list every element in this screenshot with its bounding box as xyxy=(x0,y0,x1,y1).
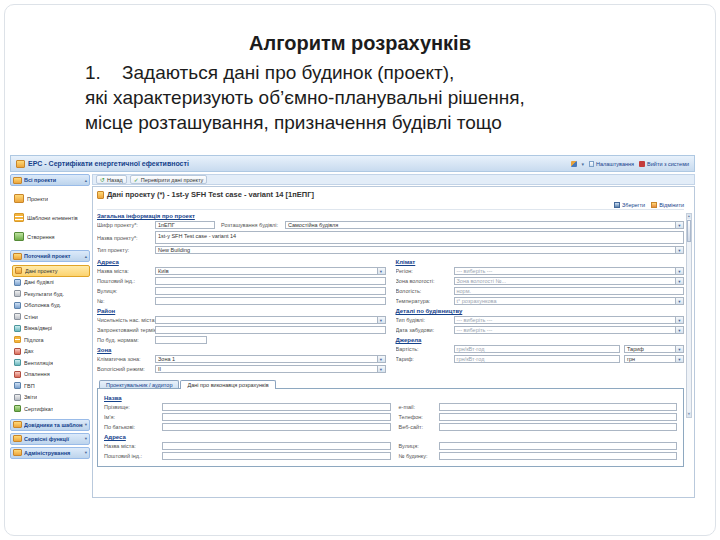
sidebar-section-current-project[interactable]: Поточний проект ▴ xyxy=(10,250,90,262)
sidebar-section-admin[interactable]: Адміністрування ▾ xyxy=(10,447,90,459)
sidebar-section-all-projects[interactable]: Всі проекти ▴ xyxy=(10,174,90,186)
theme-icon[interactable] xyxy=(571,161,577,167)
patronymic-input[interactable] xyxy=(162,423,391,431)
sidebar-item-ventilation[interactable]: Вентиляція xyxy=(12,357,90,369)
sidebar: Всі проекти ▴ Проекти Шаблони елементів … xyxy=(10,174,90,498)
construction-date-select[interactable]: --- виберіть --- xyxy=(454,326,685,334)
scrollbar-thumb[interactable] xyxy=(687,220,691,242)
humidity-input[interactable]: норм. xyxy=(454,287,685,295)
temperature-select[interactable]: t° розрахункова xyxy=(454,297,685,305)
sidebar-item-dhw[interactable]: ГВП xyxy=(12,380,90,392)
sidebar-item-windows-doors[interactable]: Вікна/двері xyxy=(12,323,90,335)
sidebar-section-directories[interactable]: Довідники та шаблони ▾ xyxy=(10,419,90,431)
project-data-icon xyxy=(15,267,22,274)
windows-doors-icon xyxy=(14,325,21,332)
cost-input[interactable]: грн/кВт·год xyxy=(454,345,621,353)
population-select[interactable] xyxy=(155,316,386,324)
project-type-select[interactable]: New Building xyxy=(155,246,684,254)
scroll-down-icon[interactable]: ▾ xyxy=(687,412,691,417)
app-title: EPC - Сертифікати енергетичної ефективно… xyxy=(28,160,571,167)
sidebar-item-roof[interactable]: Дах xyxy=(12,346,90,358)
check-project-button[interactable]: ✓ Перевірити дані проекту xyxy=(130,175,208,184)
person-postal-input[interactable] xyxy=(162,452,391,460)
sidebar-item-create[interactable]: Створення xyxy=(12,227,90,246)
postal-input[interactable] xyxy=(155,277,386,285)
humidity-zone-select[interactable]: Зона вологості №... xyxy=(454,277,685,285)
sidebar-item-certificate[interactable]: Сертифікат xyxy=(12,403,90,415)
building-location-select[interactable]: Самостійна будівля xyxy=(285,221,684,229)
section-construction: Деталі по будівництву xyxy=(396,308,685,314)
results-icon xyxy=(14,290,21,297)
certificate-icon xyxy=(14,405,21,412)
folder-icon xyxy=(13,421,22,428)
slide-line-1: 1.Задаються дані про будинок (проект), xyxy=(85,60,665,85)
form-scrollbar[interactable]: ▴ ▾ xyxy=(686,213,692,418)
back-button[interactable]: ↺ Назад xyxy=(96,175,127,184)
tariff-unit-input[interactable]: грн/кВт·год xyxy=(454,355,621,363)
email-input[interactable] xyxy=(439,403,678,411)
humidity-mode-select[interactable]: ІІ xyxy=(155,365,386,373)
content-panel: Дані проекту (*) - 1st-y SFH Test case -… xyxy=(92,186,695,498)
currency-select[interactable]: грн xyxy=(624,355,684,363)
surname-input[interactable] xyxy=(162,403,391,411)
person-street-input[interactable] xyxy=(439,442,678,450)
save-button[interactable]: Зберегти xyxy=(614,202,645,208)
tab-executor-data[interactable]: Дані про виконавця розрахунків xyxy=(180,380,275,389)
website-input[interactable] xyxy=(439,423,678,431)
cancel-button[interactable]: Відмінити xyxy=(651,202,684,208)
project-code-input[interactable]: 1пЕПГ xyxy=(155,221,215,229)
section-zone: Зона xyxy=(97,347,386,353)
reports-icon xyxy=(14,394,21,401)
walls-icon xyxy=(14,313,21,320)
sidebar-section-service[interactable]: Сервісні функції ▾ xyxy=(10,433,90,445)
refresh-icon: ↺ xyxy=(100,177,105,183)
dhw-icon xyxy=(14,382,21,389)
roof-icon xyxy=(14,348,21,355)
app-logo-icon xyxy=(16,160,25,168)
logout-link[interactable]: Вийти з системи xyxy=(639,161,689,167)
project-name-input[interactable]: 1st-y SFH Test case - variant 14 xyxy=(155,231,684,244)
chevron-up-icon: ▴ xyxy=(85,178,87,183)
sidebar-item-building-data[interactable]: Дані будівлі xyxy=(12,277,90,289)
scroll-up-icon[interactable]: ▴ xyxy=(687,214,691,219)
person-house-input[interactable] xyxy=(439,452,678,460)
project-doc-icon xyxy=(97,191,104,199)
sidebar-item-walls[interactable]: Стіни xyxy=(12,311,90,323)
region-select[interactable]: --- виберіть --- xyxy=(454,267,685,275)
sidebar-item-heating[interactable]: Опалення xyxy=(12,369,90,381)
building-data-icon xyxy=(14,279,21,286)
phone-input[interactable] xyxy=(439,413,678,421)
sidebar-item-projects[interactable]: Проекти xyxy=(12,189,90,208)
city-select[interactable]: Київ xyxy=(155,267,386,275)
design-term-input[interactable] xyxy=(155,326,386,334)
settings-link[interactable]: Налаштування xyxy=(589,161,634,167)
tariff-select[interactable]: Тариф xyxy=(624,345,684,353)
section-sources: Джерела xyxy=(396,337,685,343)
building-type-select[interactable]: --- виберіть --- xyxy=(454,316,685,324)
list-number: 1. xyxy=(85,60,122,85)
slide-title: Алгоритм розрахунків xyxy=(0,32,720,55)
sidebar-item-envelope[interactable]: Оболонка буд. xyxy=(12,300,90,312)
sidebar-item-building-results[interactable]: Результати буд. xyxy=(12,288,90,300)
folder-icon xyxy=(13,449,22,456)
folder-icon xyxy=(13,253,22,260)
firstname-input[interactable] xyxy=(162,413,391,421)
chevron-down-icon[interactable]: ▾ xyxy=(582,161,585,167)
folder-icon xyxy=(13,435,22,442)
slide-line-2: які характеризують об’ємно-планувальні р… xyxy=(85,85,665,110)
heating-icon xyxy=(14,371,21,378)
person-city-input[interactable] xyxy=(162,442,391,450)
check-icon: ✓ xyxy=(134,177,139,183)
climate-zone-select[interactable]: Зона 1 xyxy=(155,355,386,363)
building-norms-input[interactable] xyxy=(155,336,207,344)
street-input[interactable] xyxy=(155,287,386,295)
projects-icon xyxy=(14,194,24,203)
create-icon xyxy=(14,232,24,241)
sidebar-item-reports[interactable]: Звіти xyxy=(12,392,90,404)
sidebar-item-project-data[interactable]: Дані проекту xyxy=(12,265,90,277)
sidebar-item-templates[interactable]: Шаблони елементів xyxy=(12,208,90,227)
envelope-icon xyxy=(14,302,21,309)
cancel-icon xyxy=(651,202,657,208)
building-number-input[interactable] xyxy=(155,297,386,305)
sidebar-item-floor[interactable]: Підлога xyxy=(12,334,90,346)
